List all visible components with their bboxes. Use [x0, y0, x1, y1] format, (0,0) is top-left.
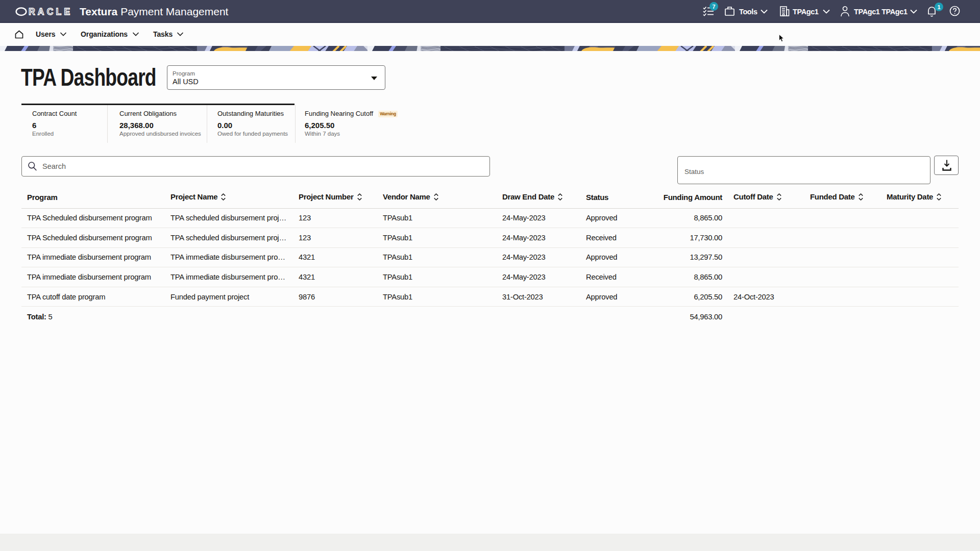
svg-text:RACLE: RACLE [29, 7, 72, 16]
